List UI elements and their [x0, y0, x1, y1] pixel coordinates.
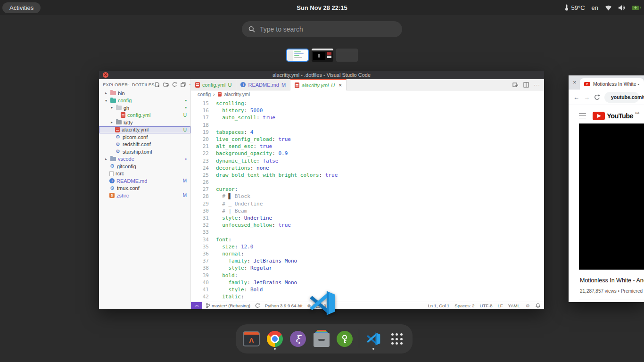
file-tree-item-kitty[interactable]: ▸kitty — [99, 119, 190, 126]
window-title: alacritty.yml - .dotfiles - Visual Studi… — [272, 72, 371, 78]
file-tree-item-zshrc[interactable]: $zshrcM — [99, 192, 190, 199]
activities-button[interactable]: Activities — [2, 2, 41, 13]
tab-dirty-badge: U — [228, 82, 232, 88]
code-line: 32 unfocused_hollow: true — [191, 222, 544, 229]
file-tree-item-gh[interactable]: ▾gh• — [99, 104, 190, 112]
divider — [579, 299, 644, 299]
tab-title: Motionless In White - — [593, 81, 639, 87]
file-tree-item-tmux.conf[interactable]: ⚙tmux.conf — [99, 185, 190, 192]
vscode-titlebar: ✕ alacritty.yml - .dotfiles - Visual Stu… — [99, 71, 544, 79]
youtube-play-icon — [593, 112, 605, 120]
sync-icon[interactable] — [255, 303, 260, 308]
file-tree-item-picom.conf[interactable]: ⚙picom.conf — [99, 133, 190, 141]
dock-chrome-icon[interactable] — [265, 328, 283, 350]
mini-line — [294, 53, 304, 54]
youtube-logo[interactable]: YouTube UA — [593, 112, 639, 120]
chevron-down-icon: ▾ — [104, 99, 108, 103]
remote-indicator[interactable]: >< — [191, 302, 202, 309]
workspace-thumbnail-vscode[interactable] — [286, 49, 309, 62]
file-tree-item-config.yml[interactable]: config.ymlU — [99, 112, 190, 119]
line-text: auto_scroll: true — [216, 114, 275, 121]
editor-tab-README.md[interactable]: iREADME.mdM — [236, 79, 290, 90]
close-window-icon[interactable]: ✕ — [103, 72, 108, 78]
code-line: 33 — [191, 229, 544, 236]
yaml-icon — [295, 82, 299, 88]
git-status-badge: M — [183, 178, 187, 183]
dock-separator — [359, 329, 359, 348]
workspace-thumbnail-empty[interactable] — [336, 49, 358, 62]
dock-keepass-icon[interactable] — [336, 328, 354, 350]
editor-tab-alacritty.yml[interactable]: alacritty.ymlU× — [290, 79, 347, 90]
breadcrumb-folder[interactable]: config — [198, 91, 211, 97]
address-bar[interactable]: youtube.com/wa — [604, 92, 639, 103]
new-file-icon[interactable] — [155, 82, 160, 87]
dock-app-grid-icon[interactable] — [388, 328, 406, 350]
file-name: rcrc — [116, 171, 187, 176]
status-item[interactable]: Ln 1, Col 1 — [428, 303, 449, 308]
chrome-window[interactable]: × Motionless In White - ← → youtube.com/… — [569, 75, 644, 302]
mini-line — [294, 57, 302, 58]
open-changes-icon[interactable] — [512, 82, 519, 88]
dock-alacritty-icon[interactable]: Λ — [242, 328, 260, 350]
git-branch-status[interactable]: master* (Rebasing) — [206, 303, 250, 308]
code-line: 38 style: Regular — [191, 264, 544, 272]
forward-icon[interactable]: → — [584, 94, 590, 101]
menu-icon[interactable] — [579, 113, 586, 119]
reload-icon[interactable] — [594, 94, 600, 100]
vscode-app-icon[interactable] — [307, 288, 338, 318]
close-tab-icon[interactable]: × — [339, 82, 342, 89]
collapse-folders-icon[interactable] — [181, 82, 186, 87]
chrome-toolbar: ← → youtube.com/wa — [569, 90, 644, 105]
overview-search[interactable] — [242, 21, 402, 37]
chevron-right-icon: ▸ — [104, 157, 108, 161]
status-item[interactable]: YAML — [508, 303, 520, 308]
breadcrumb-file[interactable]: alacritty.yml — [224, 91, 250, 97]
clock[interactable]: Sun Nov 28 22:15 — [297, 4, 347, 11]
status-item[interactable]: Spaces: 2 — [454, 303, 474, 308]
file-tree-item-redshift.conf[interactable]: ⚙redshift.conf — [99, 141, 190, 148]
vscode-window[interactable]: ✕ alacritty.yml - .dotfiles - Visual Stu… — [99, 71, 544, 309]
back-icon[interactable]: ← — [573, 94, 579, 101]
file-tree-item-alacritty.yml[interactable]: alacritty.ymlU — [99, 126, 190, 134]
info-icon: i — [109, 178, 115, 183]
status-item[interactable]: LF — [498, 303, 503, 308]
mini-line — [294, 55, 299, 56]
status-item[interactable]: UTF-8 — [480, 303, 493, 308]
file-tree-item-config[interactable]: ▾config• — [99, 97, 190, 105]
code-editor[interactable]: 15scrolling:16 history: 500017 auto_scro… — [191, 98, 544, 302]
breadcrumb[interactable]: config › alacritty.yml — [191, 90, 544, 98]
code-line: 15scrolling: — [191, 100, 544, 107]
dock-vscode-icon[interactable] — [364, 328, 382, 350]
split-editor-icon[interactable] — [523, 82, 529, 88]
refresh-icon[interactable] — [172, 82, 177, 87]
file-tree-item-bin[interactable]: ▸bin — [99, 90, 190, 97]
file-tree-item-rcrc[interactable]: rcrc — [99, 170, 190, 178]
file-tree-item-gitconfig[interactable]: ⚙gitconfig — [99, 163, 190, 170]
new-folder-icon[interactable] — [163, 82, 169, 87]
editor-tab-config.yml[interactable]: config.ymlU — [191, 79, 236, 90]
code-line: 20live_config_reload: true — [191, 136, 544, 143]
file-tree-item-starship.toml[interactable]: ⚙starship.toml — [99, 148, 190, 156]
code-line: 37 family: JetBrains Mono — [191, 257, 544, 264]
workspace-thumbnail-youtube[interactable] — [312, 49, 333, 62]
close-tab-icon[interactable]: × — [573, 79, 577, 86]
temperature-value: 59°C — [571, 4, 585, 11]
notifications-bell-icon[interactable] — [536, 303, 540, 308]
python-interpreter[interactable]: Python 3.9.9 64-bit — [265, 303, 303, 308]
browser-tab[interactable]: Motionless In White - — [580, 78, 644, 90]
editor-more-actions-icon[interactable]: ··· — [534, 82, 540, 88]
dock-files-icon[interactable] — [312, 328, 330, 350]
dock-emacs-icon[interactable]: ξ — [289, 328, 307, 350]
system-status-area[interactable]: 59°C en — [565, 4, 639, 11]
line-text: normal: — [216, 250, 244, 257]
line-text: style: Underline — [216, 214, 272, 222]
gear-icon: ⚙ — [109, 186, 115, 190]
video-player[interactable] — [579, 123, 644, 270]
file-tree-item-README.md[interactable]: iREADME.mdM — [99, 177, 190, 185]
file-tree-item-vscode[interactable]: ▸vscode• — [99, 156, 190, 163]
feedback-icon[interactable]: ☺ — [525, 303, 530, 308]
search-input[interactable] — [260, 25, 396, 33]
wifi-icon — [605, 5, 612, 11]
yaml-icon — [195, 82, 200, 88]
file-name: picom.conf — [123, 134, 187, 140]
